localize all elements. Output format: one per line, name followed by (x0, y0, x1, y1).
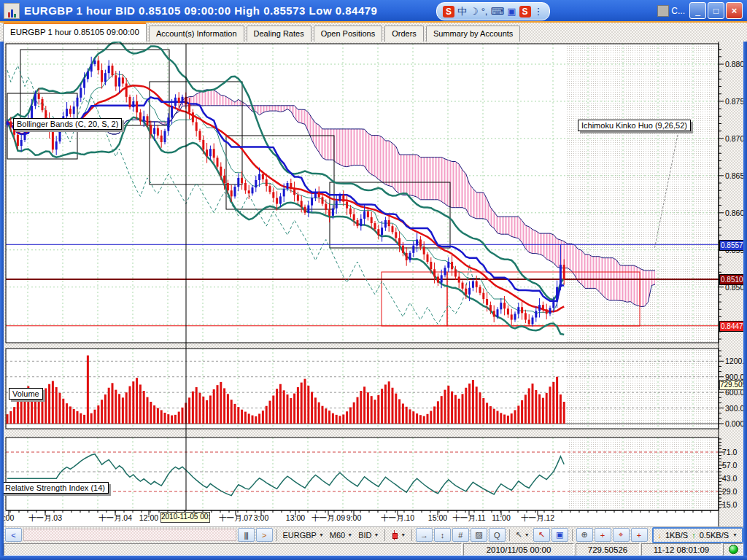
crosshair-icon[interactable]: ⌖ (613, 528, 630, 542)
window-border-bottom (0, 556, 747, 560)
status-empty-panel (4, 543, 462, 556)
cursor-tool-dropdown[interactable]: ↖▼ (514, 529, 532, 540)
toolbar-separator (572, 529, 573, 541)
toolbar-separator (509, 529, 510, 541)
chart-toolbar: < ||| > EURGBP▼ M60▼ BID▼ ▼ → ↕ # ▨ Q ↖▼… (4, 526, 743, 542)
scroll-prev-button[interactable]: < (5, 528, 22, 542)
pane-splitter-volume[interactable] (6, 343, 719, 349)
tab-strip: EURGBP 1 hour 0.85105 09:00:00 Account(s… (0, 21, 747, 42)
overlay-window-label: C... (671, 6, 685, 16)
tab-accounts-information[interactable]: Account(s) Information (149, 26, 244, 42)
chevron-down-icon: ▼ (319, 532, 324, 537)
cursor-volume-badge: 729.505 (719, 380, 744, 390)
ichimoku-label[interactable]: Ichimoku Kinko Huo (9,26,52) (578, 120, 691, 131)
ime-grip-icon[interactable]: ⋮ (534, 6, 543, 17)
chevron-down-icon: ▼ (525, 532, 530, 537)
cursor-icon: ↖ (516, 530, 522, 540)
rsi-label[interactable]: Relative Strength Index (14) (1, 482, 109, 494)
pattern-icon[interactable]: ▨ (471, 528, 487, 542)
fit-vertical-icon[interactable]: ↕ (434, 528, 451, 542)
zoom-in-icon[interactable]: ⊕ (576, 528, 593, 542)
ime-punctuation-icon[interactable]: °, (481, 6, 488, 17)
tab-orders[interactable]: Orders (384, 26, 424, 42)
quote-icon[interactable]: Q (489, 528, 506, 542)
scrollbar-track[interactable] (23, 529, 236, 541)
bid-price-badge: 0.85105 (719, 274, 746, 285)
session-low-badge: 0.84479 (719, 321, 746, 332)
scrollbar-thumb[interactable]: ||| (238, 528, 255, 542)
price-type-dropdown[interactable]: BID▼ (356, 530, 381, 540)
ime-logo-icon[interactable]: S (443, 6, 454, 18)
bollinger-label[interactable]: Bollinger Bands (C, 20, S, 2) (13, 118, 122, 130)
status-cursor-value: 729.50526 (576, 543, 640, 556)
volume-label[interactable]: Volume (9, 388, 43, 400)
minimize-button[interactable]: _ (689, 2, 706, 19)
close-button[interactable]: × (726, 2, 743, 19)
overlay-window-chip[interactable]: C... (657, 5, 685, 17)
window-title: EURGBP 1 hour BID 0.85105 09:00:00 High … (24, 4, 377, 17)
scroll-to-end-icon[interactable]: → (416, 528, 433, 542)
application-window: 0.880000.875000.870000.865000.860000.855… (0, 0, 747, 560)
time-axis[interactable] (6, 510, 719, 526)
ime-language-icon[interactable]: 中 (457, 5, 467, 18)
window-controls: C... _ □ × (657, 2, 743, 19)
ime-logo2-icon[interactable]: S (519, 6, 531, 18)
ime-moon-icon[interactable]: ☽ (470, 6, 479, 17)
toolbar-separator (276, 529, 277, 541)
scroll-next-button[interactable]: > (256, 528, 273, 542)
app-icon (4, 3, 20, 19)
upload-speed: 0.5KB/S (700, 531, 729, 540)
pane-splitter-rsi[interactable] (6, 429, 719, 438)
timeframe-dropdown[interactable]: M60▼ (328, 530, 355, 540)
title-bar[interactable]: EURGBP 1 hour BID 0.85105 09:00:00 High … (0, 0, 747, 21)
cursor-time-badge: 2010-11-05 00:00 (160, 512, 210, 523)
window-border-left (0, 0, 4, 560)
connection-status-icon (729, 545, 738, 554)
session-high-badge: 0.85573 (719, 240, 746, 251)
toolbar-separator (411, 529, 412, 541)
tab-chart[interactable]: EURGBP 1 hour 0.85105 09:00:00 (3, 23, 147, 42)
chart-plot-area[interactable] (6, 44, 719, 510)
ime-toolbar[interactable]: S 中 ☽ °, ⌨ ▣ S ⋮ (436, 2, 550, 20)
status-clock: 11-12 08:01:09 (641, 543, 721, 556)
status-bar: 2010/11/05 00:00 729.50526 11-12 08:01:0… (4, 543, 743, 556)
window-border-right (743, 0, 747, 560)
tab-dealing-rates[interactable]: Dealing Rates (247, 26, 311, 42)
chevron-down-icon: ▼ (374, 532, 379, 537)
ime-keyboard-icon[interactable]: ⌨ (490, 6, 504, 17)
ime-board-icon[interactable]: ▣ (507, 6, 516, 17)
chevron-down-icon: ▼ (400, 532, 406, 537)
chevron-down-icon[interactable]: ▼ (732, 532, 738, 537)
network-speed-panel: ↓ 1KB/S ↑ 0.5KB/S ▼ (652, 527, 743, 543)
status-cursor-datetime: 2010/11/05 00:00 (463, 543, 574, 556)
chevron-down-icon: ▼ (347, 532, 352, 537)
symbol-dropdown[interactable]: EURGBP▼ (280, 530, 325, 540)
shapes-icon[interactable]: ▣ (551, 528, 568, 542)
annotation-arrow-icon[interactable]: ↖ (533, 528, 550, 542)
tab-summary-by-accounts[interactable]: Summary by Accounts (426, 26, 520, 42)
toolbar-separator (384, 529, 385, 541)
crosshair-expand-icon[interactable]: + (631, 528, 648, 542)
overlay-window-icon (657, 5, 669, 17)
candlestick-icon (391, 530, 398, 540)
maximize-button[interactable]: □ (708, 2, 724, 19)
crosshair-collapse-icon[interactable]: + (595, 528, 611, 542)
chart-style-dropdown[interactable]: ▼ (389, 529, 408, 541)
grid-toggle-icon[interactable]: # (452, 528, 469, 542)
status-connection-cell (723, 543, 743, 556)
download-arrow-icon: ↓ (658, 531, 662, 540)
upload-arrow-icon: ↑ (692, 531, 696, 540)
tab-open-positions[interactable]: Open Positions (314, 26, 383, 42)
download-speed: 1KB/S (665, 531, 688, 540)
